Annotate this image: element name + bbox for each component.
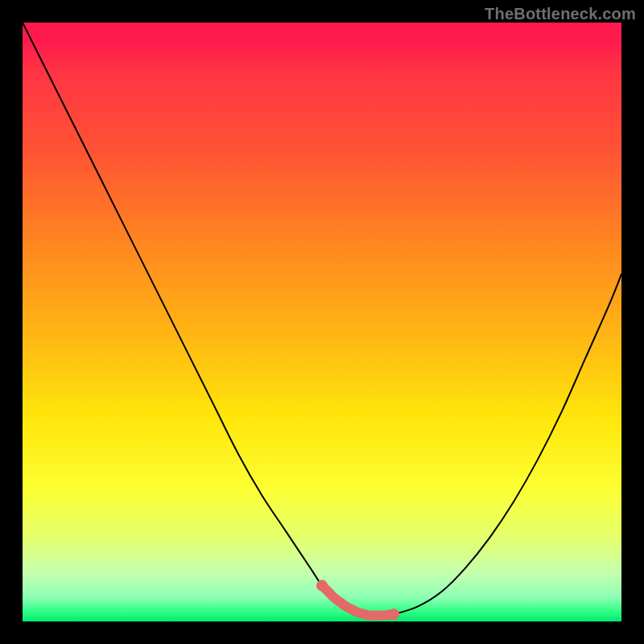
optimal-range-dot-left [316,580,328,591]
bottleneck-curve [23,23,621,616]
curve-layer [23,23,621,621]
watermark-text: TheBottleneck.com [485,5,636,23]
plot-area [23,23,621,621]
chart-frame: TheBottleneck.com [0,0,644,644]
optimal-range-dot-right [388,609,399,620]
optimal-range-highlight [322,585,394,615]
